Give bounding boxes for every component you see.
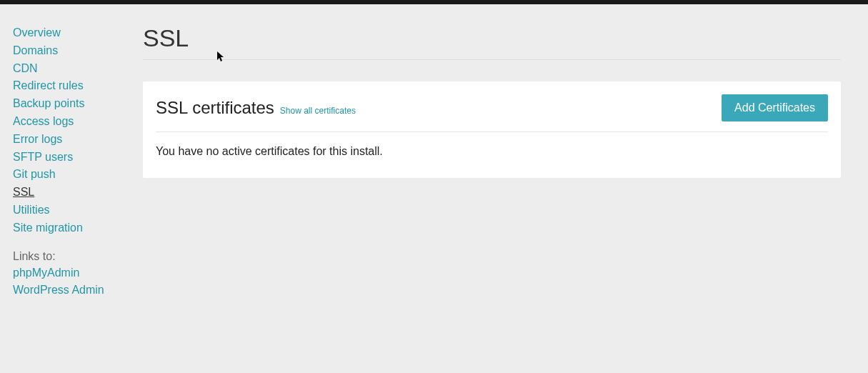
sidebar-nav: Overview Domains CDN Redirect rules Back…: [0, 24, 143, 299]
sidebar-link-phpmyadmin[interactable]: phpMyAdmin: [13, 264, 143, 282]
sidebar-item-error-logs[interactable]: Error logs: [13, 131, 143, 149]
panel-header: SSL certificates Show all certificates A…: [156, 94, 828, 132]
page-container: Overview Domains CDN Redirect rules Back…: [0, 4, 868, 299]
sidebar-links-to-label: Links to:: [13, 250, 143, 263]
sidebar-link-wordpress-admin[interactable]: WordPress Admin: [13, 282, 143, 299]
panel-empty-message: You have no active certificates for this…: [156, 145, 828, 158]
sidebar-item-domains[interactable]: Domains: [13, 42, 143, 60]
add-certificates-button[interactable]: Add Certificates: [722, 94, 828, 121]
sidebar-item-backup-points[interactable]: Backup points: [13, 95, 143, 113]
sidebar-item-overview[interactable]: Overview: [13, 24, 143, 42]
sidebar-item-cdn[interactable]: CDN: [13, 60, 143, 78]
main-content: SSL SSL certificates Show all certificat…: [143, 24, 868, 299]
show-all-certificates-link[interactable]: Show all certificates: [280, 106, 356, 116]
ssl-certificates-panel: SSL certificates Show all certificates A…: [143, 81, 841, 178]
sidebar-item-sftp-users[interactable]: SFTP users: [13, 149, 143, 166]
sidebar-item-redirect-rules[interactable]: Redirect rules: [13, 77, 143, 95]
panel-title-wrap: SSL certificates Show all certificates: [156, 98, 356, 118]
sidebar-item-site-migration[interactable]: Site migration: [13, 219, 143, 237]
panel-title: SSL certificates: [156, 98, 274, 118]
sidebar-item-ssl[interactable]: SSL: [13, 184, 143, 202]
sidebar-item-access-logs[interactable]: Access logs: [13, 113, 143, 131]
sidebar-item-git-push[interactable]: Git push: [13, 166, 143, 184]
page-title: SSL: [143, 24, 841, 60]
sidebar-item-utilities[interactable]: Utilities: [13, 202, 143, 219]
